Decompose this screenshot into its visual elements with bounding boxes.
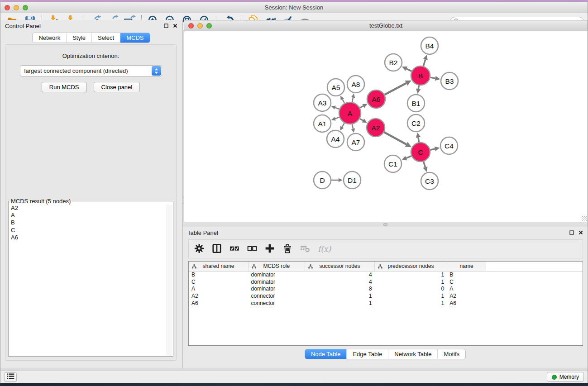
node-D[interactable]: D	[314, 172, 331, 189]
edge-A-A3[interactable]	[335, 108, 339, 110]
edge-C-C2[interactable]	[418, 138, 419, 143]
node-B4[interactable]: B4	[421, 37, 438, 54]
edge-B-B4[interactable]	[423, 60, 425, 66]
svg-text:A4: A4	[331, 135, 340, 143]
node-B[interactable]: B	[411, 66, 430, 85]
edge-A-A6[interactable]	[360, 106, 363, 108]
table-row[interactable]: Adominator80A	[189, 286, 583, 293]
network-canvas[interactable]: AA1A2A3A4A5A6A7A8BB1B2B3B4CC1C2C3C4DD1	[184, 31, 588, 222]
run-mcds-button[interactable]: Run MCDS	[42, 82, 87, 92]
tab-motifs[interactable]: Motifs	[437, 349, 465, 359]
delete-table-button[interactable]	[300, 243, 310, 255]
float-table-panel-icon[interactable]	[569, 230, 574, 235]
table-panel-title: Table Panel	[187, 229, 218, 236]
close-panel-button[interactable]: Close panel	[94, 82, 140, 92]
mcds-result-item[interactable]: A6	[9, 234, 167, 241]
column-header-shared-name[interactable]: shared name	[189, 262, 249, 271]
cell-filler	[486, 286, 583, 293]
edge-A2-C[interactable]	[384, 132, 406, 144]
split-view-button[interactable]	[212, 243, 222, 255]
column-header-mcds-role[interactable]: MCDS role	[249, 262, 305, 271]
node-C[interactable]: C	[411, 143, 430, 162]
svg-text:C2: C2	[411, 119, 421, 127]
node-A2[interactable]: A2	[367, 119, 385, 137]
node-B3[interactable]: B3	[441, 72, 458, 90]
node-A3[interactable]: A3	[314, 94, 331, 111]
mcds-result-item[interactable]: B	[9, 219, 167, 226]
column-header-name[interactable]: name	[447, 262, 486, 271]
node-A5[interactable]: A5	[327, 79, 344, 96]
scrollbar-track[interactable]	[167, 205, 172, 356]
table-row[interactable]: A2connector11A2	[189, 292, 583, 300]
select-all-button[interactable]	[229, 243, 239, 255]
delete-button[interactable]	[282, 243, 292, 255]
mcds-result-item[interactable]: A	[9, 212, 167, 219]
edge-C-C3[interactable]	[424, 162, 425, 167]
svg-text:D1: D1	[348, 176, 357, 184]
edge-A-A5[interactable]	[343, 100, 345, 103]
horizontal-splitter-handle[interactable]	[383, 223, 387, 226]
edge-A-A1[interactable]	[335, 117, 339, 119]
node-A4[interactable]: A4	[327, 130, 344, 148]
tab-network[interactable]: Network	[33, 33, 66, 43]
edge-A-A7[interactable]	[352, 124, 353, 129]
tab-network-table[interactable]: Network Table	[388, 349, 437, 359]
mcds-result-group: MCDS result (5 nodes) A2ABCA6	[8, 198, 173, 357]
mcds-result-item[interactable]: C	[9, 227, 167, 234]
edge-A-A4[interactable]	[342, 123, 344, 127]
deselect-all-button[interactable]	[247, 243, 257, 255]
edge-arrow	[339, 178, 343, 182]
node-A6[interactable]: A6	[367, 90, 385, 108]
cell: 4	[305, 278, 375, 286]
node-A8[interactable]: A8	[347, 76, 364, 93]
table-row[interactable]: Bdominator41B	[189, 271, 583, 278]
add-button[interactable]	[265, 243, 275, 255]
edge-C-C4[interactable]	[430, 149, 435, 150]
column-header-predecessor-nodes[interactable]: predecessor nodes	[375, 262, 447, 271]
cell: A2	[189, 292, 249, 300]
cell: A	[447, 286, 486, 293]
edge-C-C1[interactable]	[406, 156, 411, 158]
gear-button[interactable]	[194, 243, 204, 255]
node-C3[interactable]: C3	[421, 172, 438, 190]
edge-A6-B[interactable]	[385, 83, 406, 95]
node-B1[interactable]: B1	[407, 95, 425, 112]
tab-style[interactable]: Style	[66, 33, 91, 43]
cell: 1	[305, 300, 375, 307]
function-button[interactable]: f(x)	[318, 244, 331, 253]
tab-node-table[interactable]: Node Table	[305, 349, 347, 359]
tab-edge-table[interactable]: Edge Table	[346, 349, 388, 359]
table-row[interactable]: A6connector11A6	[189, 300, 583, 307]
close-panel-icon[interactable]	[173, 24, 177, 28]
tab-select[interactable]: Select	[91, 33, 120, 43]
svg-text:A3: A3	[318, 99, 327, 107]
node-A7[interactable]: A7	[347, 133, 364, 151]
close-table-panel-icon[interactable]	[578, 230, 583, 235]
svg-text:C1: C1	[388, 160, 397, 168]
node-A[interactable]: A	[339, 102, 361, 124]
node-C4[interactable]: C4	[440, 137, 458, 154]
resize-grip[interactable]	[582, 216, 587, 221]
memory-status-icon	[552, 375, 557, 380]
memory-button[interactable]: Memory	[547, 372, 584, 382]
node-C2[interactable]: C2	[407, 114, 425, 132]
column-header-successor-nodes[interactable]: successor nodes	[305, 262, 375, 271]
edge-B-B3[interactable]	[430, 77, 435, 78]
svg-text:A7: A7	[352, 138, 360, 146]
node-A1[interactable]: A1	[314, 115, 331, 132]
edge-B-B2[interactable]	[406, 69, 411, 71]
criterion-select[interactable]: largest connected component (directed)	[20, 65, 162, 76]
task-history-button[interactable]	[4, 372, 17, 382]
edge-A-A8[interactable]	[352, 98, 353, 102]
node-B2[interactable]: B2	[385, 54, 402, 71]
cell: A6	[189, 300, 249, 307]
tab-mcds[interactable]: MCDS	[120, 33, 149, 43]
float-panel-icon[interactable]	[164, 24, 168, 28]
cell: 1	[375, 292, 447, 300]
mcds-result-item[interactable]: A2	[9, 205, 167, 212]
node-C1[interactable]: C1	[384, 155, 402, 172]
node-D1[interactable]: D1	[344, 172, 361, 189]
edge-B-B1[interactable]	[418, 86, 419, 89]
edge-A-A2[interactable]	[360, 119, 363, 120]
table-row[interactable]: Cdominator41C	[189, 278, 583, 286]
